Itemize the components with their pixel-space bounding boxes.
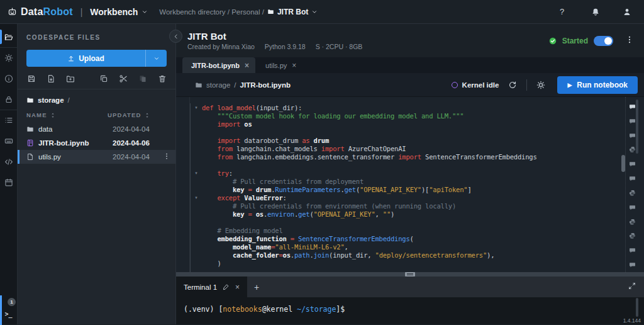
restart-kernel-button[interactable] (505, 77, 520, 93)
tab-label: JITR-bot.ipynb (191, 62, 240, 69)
markdown-cell-icon (629, 261, 636, 268)
code-line[interactable]: key = os.environ.get("OPENAI_API_KEY", "… (191, 210, 644, 218)
code-line[interactable]: ▾ try: (191, 169, 644, 177)
sort-by-name[interactable]: NAME (26, 111, 108, 118)
help-button[interactable]: ? (556, 4, 572, 20)
code-line[interactable] (191, 128, 644, 136)
paste-button[interactable] (138, 74, 147, 84)
python-cell-icon (629, 232, 636, 239)
files-breadcrumb-folder[interactable]: storage (38, 96, 64, 104)
datarobot-logo[interactable]: DataRobot (8, 6, 73, 18)
delete-button[interactable] (157, 74, 167, 84)
code-cell[interactable]: ▾def load_model(input_dir): """Custom mo… (190, 103, 644, 272)
code-line[interactable]: import os (191, 120, 644, 128)
breadcrumb-current[interactable]: JITR Bot (267, 8, 318, 16)
cell-nav-code[interactable] (629, 186, 636, 200)
notebook-settings-button[interactable] (533, 77, 548, 93)
cell-nav-markdown[interactable] (629, 171, 636, 186)
file-row-utils.py[interactable]: utils.py2024-04-04 (18, 150, 175, 164)
code-line[interactable]: cache_folder=os.path.join(input_dir, "de… (191, 251, 644, 259)
rail-item-info[interactable] (0, 68, 18, 89)
running-toggle[interactable] (594, 36, 613, 46)
workbench-switcher[interactable]: Workbench (90, 7, 148, 17)
user-menu-button[interactable] (619, 4, 635, 20)
file-updated: 2024-04-06 (113, 139, 162, 147)
fold-chevron-icon[interactable]: ▾ (191, 105, 202, 110)
markdown-cell-icon (629, 103, 636, 110)
code-line[interactable] (191, 218, 644, 226)
file-menu-button[interactable] (162, 152, 172, 162)
cell-nav-markdown[interactable] (629, 100, 636, 114)
file-row-JITR-bot.ipynb[interactable]: JITR-bot.ipynb2024-04-06 (18, 136, 175, 150)
code-text: # Pull credentials from environment (whe… (202, 202, 456, 210)
upload-options-button[interactable] (145, 50, 167, 67)
rail-item-schedule[interactable] (0, 172, 18, 193)
cell-nav-markdown[interactable] (629, 114, 636, 128)
terminal-resize-handle[interactable] (176, 272, 644, 277)
code-text: """Custom model hook for loading our emb… (202, 112, 464, 120)
code-line[interactable]: ▾ except ValueError: (191, 193, 644, 202)
code-line[interactable]: from langchain.chat_models import AzureC… (191, 144, 644, 152)
cell-nav-code[interactable] (629, 215, 636, 229)
cut-button[interactable] (118, 74, 128, 84)
code-line[interactable]: from langchain.embeddings.sentence_trans… (191, 152, 644, 161)
notebook-breadcrumb-folder[interactable]: storage (206, 81, 230, 89)
editor-tab-JITR-bot.ipynb[interactable]: JITR-bot.ipynb× (182, 57, 255, 73)
code-line[interactable]: # Pull credentials from environment (whe… (191, 202, 644, 210)
close-icon[interactable]: × (235, 283, 240, 292)
close-icon[interactable]: × (292, 62, 296, 69)
code-line[interactable]: import datarobot_drum as drum (191, 136, 644, 144)
notebook-breadcrumb-sep: / (234, 81, 236, 89)
rail-item-permissions[interactable] (0, 89, 18, 110)
code-line[interactable]: ▾def load_model(input_dir): (191, 103, 644, 111)
collapse-files-button[interactable] (169, 30, 182, 43)
rail-item-outline[interactable] (0, 110, 18, 130)
cell-nav-markdown[interactable] (629, 200, 636, 215)
copy-button[interactable] (99, 74, 108, 84)
download-file-button[interactable] (46, 74, 55, 84)
code-line[interactable]: # Embedding model (191, 226, 644, 234)
codespace-menu-button[interactable] (624, 35, 635, 47)
new-folder-button[interactable] (65, 74, 75, 84)
rail-terminal[interactable]: >_ (0, 307, 18, 321)
cell-nav-code[interactable] (629, 229, 636, 243)
pencil-icon[interactable] (223, 283, 230, 290)
notifications-button[interactable] (587, 4, 604, 20)
page-title: JITR Bot (187, 31, 362, 42)
rail-item-code[interactable] (0, 151, 18, 172)
markdown-cell-icon (629, 175, 636, 182)
new-file-button[interactable] (26, 74, 36, 84)
editor-tab-utils.py[interactable]: utils.py× (257, 57, 303, 73)
cell-nav-markdown[interactable] (629, 128, 636, 143)
cell-nav-markdown[interactable] (629, 258, 636, 272)
rail-item-keyboard[interactable] (0, 130, 18, 151)
code-line[interactable]: """Custom model hook for loading our emb… (191, 111, 644, 120)
code-line[interactable]: key = drum.RuntimeParameters.get("OPENAI… (191, 185, 644, 193)
code-line[interactable]: embedding_function = SentenceTransformer… (191, 234, 644, 242)
upload-button[interactable]: Upload (26, 50, 145, 67)
breadcrumb-prefix[interactable]: Workbench directory / Personal / (159, 8, 264, 16)
cell-nav-markdown[interactable] (629, 157, 636, 171)
cell-nav-markdown[interactable] (629, 243, 636, 258)
code-line[interactable]: # Pull credentials from deployment (191, 177, 644, 185)
code-line[interactable]: model_name="all-MiniLM-L6-v2", (191, 242, 644, 251)
code-line[interactable] (191, 161, 644, 169)
terminal-output[interactable]: (.venv) [notebooks@kernel ~/storage]$ (176, 297, 644, 324)
kebab-icon (625, 35, 634, 44)
run-notebook-button[interactable]: ▶ Run notebook (557, 76, 638, 94)
file-row-data[interactable]: data2024-04-04 (18, 122, 175, 136)
fold-chevron-icon[interactable]: ▾ (191, 195, 202, 200)
terminal-tab[interactable]: Terminal 1 × (176, 277, 247, 297)
close-icon[interactable]: × (245, 62, 249, 69)
expand-terminal-button[interactable] (626, 282, 638, 293)
code-line[interactable]: ) (191, 259, 644, 267)
rail-item-settings[interactable] (0, 47, 18, 68)
new-terminal-button[interactable]: + (247, 278, 266, 297)
sort-by-updated[interactable]: UPDATED (108, 111, 167, 118)
rail-item-files[interactable] (0, 26, 18, 47)
cell-navigator-scrollbar[interactable] (636, 100, 638, 154)
terminal-scrollbar[interactable] (636, 298, 638, 317)
notebook-editor[interactable]: ▾def load_model(input_dir): """Custom mo… (176, 97, 644, 272)
fold-chevron-icon[interactable]: ▾ (191, 171, 202, 176)
cell-nav-code[interactable] (629, 142, 636, 157)
